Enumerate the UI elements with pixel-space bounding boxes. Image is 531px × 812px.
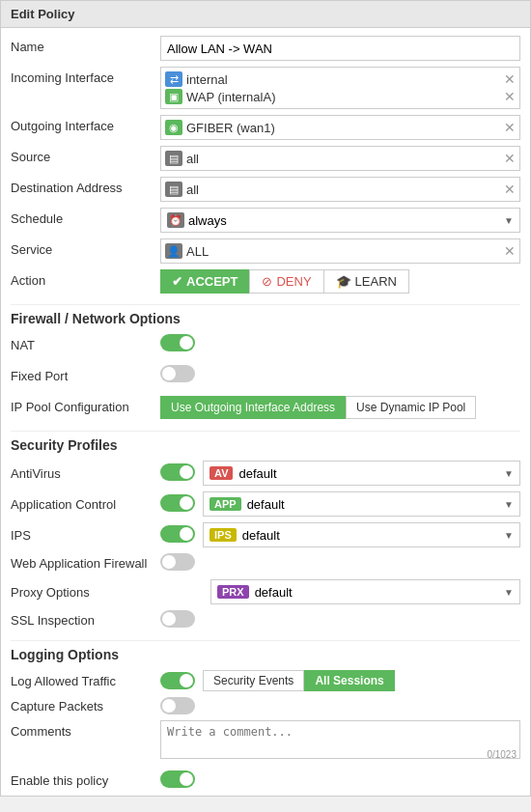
fixed-port-toggle[interactable] [160, 365, 195, 382]
incoming-row: Incoming Interface ⇄ internal ✕ ▣ WAP (i… [11, 67, 520, 109]
learn-label: LEARN [355, 274, 397, 289]
antivirus-value: default [238, 466, 276, 481]
comments-input[interactable] [160, 720, 520, 759]
learn-button[interactable]: 🎓 LEARN [324, 269, 409, 294]
remove-gfiber-btn[interactable]: ✕ [504, 121, 516, 134]
appcontrol-label: Application Control [11, 497, 160, 512]
ips-toggle-wrap [160, 525, 195, 546]
dest-label: Destination Address [11, 177, 160, 195]
arrows-icon: ⇄ [165, 71, 182, 87]
comments-count: 0/1023 [487, 749, 517, 760]
deny-icon: ⊘ [262, 274, 272, 289]
remove-source-btn[interactable]: ✕ [504, 152, 516, 165]
use-outgoing-btn[interactable]: Use Outgoing Interface Address [160, 396, 346, 419]
fixed-port-control [160, 365, 520, 385]
proxy-select[interactable]: PRX default ▼ [210, 579, 520, 604]
name-label: Name [11, 36, 160, 54]
ips-badge: IPS [210, 528, 237, 542]
ssl-toggle[interactable] [160, 610, 195, 628]
clock-icon: ⏰ [167, 212, 184, 228]
all-sessions-btn[interactable]: All Sessions [304, 670, 394, 691]
ssl-toggle-wrap [160, 610, 195, 630]
deny-button[interactable]: ⊘ DENY [249, 269, 323, 294]
av-badge: AV [210, 466, 233, 480]
logging-section-title: Logging Options [11, 640, 520, 662]
appcontrol-toggle[interactable] [160, 494, 195, 512]
security-events-btn[interactable]: Security Events [203, 670, 304, 691]
source-row: Source ▤ all ✕ [11, 146, 520, 171]
appcontrol-row: Application Control APP default ▼ [11, 491, 520, 517]
nat-row: NAT [11, 334, 520, 359]
tag-dest-all-name: all [186, 182, 199, 197]
appcontrol-value: default [247, 497, 285, 512]
ip-pool-label: IP Pool Configuration [11, 396, 160, 414]
tag-service-all-name: ALL [186, 244, 209, 259]
schedule-label: Schedule [11, 208, 160, 226]
log-traffic-slider [160, 672, 195, 689]
proxy-label: Proxy Options [11, 585, 160, 600]
db-icon: ▤ [165, 151, 182, 166]
waf-toggle-wrap [160, 553, 195, 574]
name-input[interactable] [160, 36, 520, 61]
remove-service-btn[interactable]: ✕ [504, 244, 516, 258]
capture-slider [160, 697, 195, 714]
db-icon2: ▤ [165, 182, 182, 197]
ips-label: IPS [11, 528, 160, 543]
outgoing-tagbox: ◉ GFIBER (wan1) ✕ [160, 115, 520, 140]
ips-row: IPS IPS default ▼ [11, 522, 520, 547]
comments-wrapper: 0/1023 [160, 720, 520, 762]
log-traffic-toggle[interactable] [160, 672, 195, 689]
waf-toggle[interactable] [160, 553, 195, 571]
name-control [160, 36, 520, 61]
schedule-select[interactable]: ⏰ always ▼ [160, 208, 520, 233]
enable-row: Enable this policy [11, 770, 520, 788]
ips-toggle[interactable] [160, 525, 195, 543]
dest-row: Destination Address ▤ all ✕ [11, 177, 520, 202]
enable-label: Enable this policy [11, 770, 160, 788]
antivirus-row: AntiVirus AV default ▼ [11, 461, 520, 486]
ips-slider [160, 525, 195, 543]
nat-toggle[interactable] [160, 334, 195, 351]
remove-internal-btn[interactable]: ✕ [504, 72, 516, 86]
schedule-arrow-icon: ▼ [504, 215, 514, 226]
schedule-control: ⏰ always ▼ [160, 208, 520, 233]
use-dynamic-btn[interactable]: Use Dynamic IP Pool [346, 396, 476, 419]
appcontrol-select[interactable]: APP default ▼ [203, 491, 520, 517]
service-row: Service 👤 ALL ✕ [11, 238, 520, 264]
antivirus-toggle[interactable] [160, 463, 195, 481]
security-section-title: Security Profiles [11, 431, 520, 453]
nat-control [160, 334, 520, 354]
ip-pool-control: Use Outgoing Interface Address Use Dynam… [160, 396, 520, 419]
capture-label: Capture Packets [11, 699, 160, 714]
remove-dest-btn[interactable]: ✕ [504, 182, 516, 196]
ips-select[interactable]: IPS default ▼ [203, 522, 520, 547]
action-row: Action ✔ ACCEPT ⊘ DENY 🎓 LEARN [11, 269, 520, 294]
av-arrow-icon: ▼ [504, 468, 514, 479]
globe-icon: ◉ [165, 120, 182, 135]
enable-slider [160, 770, 195, 788]
log-traffic-label: Log Allowed Traffic [11, 674, 160, 688]
accept-button[interactable]: ✔ ACCEPT [160, 269, 249, 294]
comments-row: Comments 0/1023 [11, 720, 520, 762]
proxy-row: Proxy Options PRX default ▼ [11, 579, 520, 604]
tag-gfiber-name: GFIBER (wan1) [186, 121, 275, 135]
fixed-port-slider [160, 365, 195, 382]
antivirus-select[interactable]: AV default ▼ [203, 461, 520, 486]
enable-toggle[interactable] [160, 770, 195, 788]
capture-toggle[interactable] [160, 697, 195, 714]
learn-icon: 🎓 [336, 274, 351, 289]
waf-row: Web Application Firewall [11, 553, 520, 574]
prx-badge: PRX [217, 585, 249, 599]
nat-slider [160, 334, 195, 351]
outgoing-row: Outgoing Interface ◉ GFIBER (wan1) ✕ [11, 115, 520, 140]
incoming-label: Incoming Interface [11, 67, 160, 85]
edit-policy-panel: Edit Policy Name Incoming Interface ⇄ in… [0, 0, 531, 797]
firewall-section-title: Firewall / Network Options [11, 304, 520, 326]
source-control: ▤ all ✕ [160, 146, 520, 171]
ssl-label: SSL Inspection [11, 613, 160, 628]
remove-wap-btn[interactable]: ✕ [504, 90, 516, 103]
service-label: Service [11, 238, 160, 257]
user-icon: 👤 [165, 243, 182, 259]
schedule-row: Schedule ⏰ always ▼ [11, 208, 520, 233]
dest-tagbox: ▤ all ✕ [160, 177, 520, 202]
